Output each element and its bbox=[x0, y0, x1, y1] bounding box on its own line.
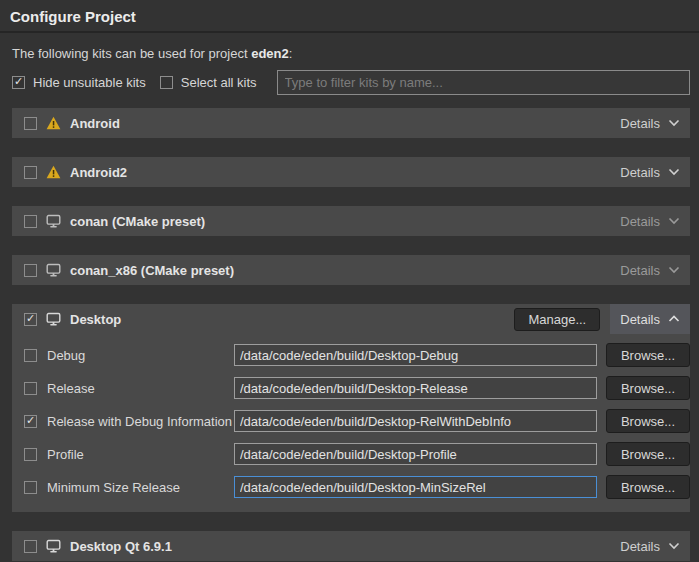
config-row-minsizerel: Minimum Size Release Browse... bbox=[24, 475, 690, 499]
chevron-down-icon bbox=[668, 119, 680, 127]
kit-row-android[interactable]: Android Details bbox=[12, 108, 690, 138]
intro-suffix: : bbox=[289, 46, 293, 61]
kit-header: Android2 Details bbox=[12, 157, 690, 187]
build-dir-input-profile[interactable] bbox=[234, 443, 597, 465]
config-left: Minimum Size Release bbox=[24, 480, 234, 495]
kit-row-conan[interactable]: conan (CMake preset) Details bbox=[12, 206, 690, 236]
config-row-relwithdebinfo: ✓ Release with Debug Information Browse.… bbox=[24, 409, 690, 433]
browse-button-debug[interactable]: Browse... bbox=[606, 343, 690, 367]
kit-checkbox[interactable] bbox=[24, 215, 37, 228]
config-label: Release bbox=[47, 381, 95, 396]
build-config-list: Debug Browse... Release Browse... ✓ Rele… bbox=[12, 334, 690, 512]
kit-checkbox[interactable] bbox=[24, 540, 37, 553]
desktop-icon bbox=[46, 539, 61, 553]
build-dir-input-relwithdebinfo[interactable] bbox=[234, 410, 597, 432]
details-label: Details bbox=[620, 116, 660, 131]
kit-checkbox[interactable] bbox=[24, 166, 37, 179]
details-toggle[interactable]: Details bbox=[610, 108, 690, 138]
desktop-icon bbox=[46, 214, 61, 228]
kit-header: conan (CMake preset) Details bbox=[12, 206, 690, 236]
check-icon: ✓ bbox=[26, 313, 35, 324]
kit-header: Desktop Qt 6.9.1 Details bbox=[12, 531, 690, 561]
chevron-down-icon bbox=[668, 266, 680, 274]
browse-button-release[interactable]: Browse... bbox=[606, 376, 690, 400]
kit-toolbar: ✓ Hide unsuitable kits Select all kits bbox=[12, 70, 690, 95]
build-dir-input-minsizerel[interactable] bbox=[234, 476, 597, 498]
kit-name: Desktop Qt 6.9.1 bbox=[70, 539, 172, 554]
desktop-icon bbox=[46, 263, 61, 277]
kit-row-desktop-qt[interactable]: Desktop Qt 6.9.1 Details bbox=[12, 531, 690, 561]
intro-text: The following kits can be used for proje… bbox=[12, 46, 687, 61]
project-name: eden2 bbox=[251, 46, 289, 61]
kit-row-desktop[interactable]: ✓ Desktop Manage... Details bbox=[12, 304, 690, 334]
config-checkbox[interactable] bbox=[24, 349, 37, 362]
details-toggle[interactable]: Details bbox=[610, 255, 690, 285]
details-toggle[interactable]: Details bbox=[610, 206, 690, 236]
config-left: Debug bbox=[24, 348, 234, 363]
chevron-up-icon bbox=[668, 315, 680, 323]
chevron-down-icon bbox=[668, 542, 680, 550]
details-label: Details bbox=[620, 263, 660, 278]
config-row-debug: Debug Browse... bbox=[24, 343, 690, 367]
select-all-checkbox[interactable]: Select all kits bbox=[160, 75, 257, 90]
kit-name: Android2 bbox=[70, 165, 127, 180]
kit-section-desktop: ✓ Desktop Manage... Details Debug Browse… bbox=[12, 304, 690, 512]
config-label: Release with Debug Information bbox=[47, 414, 232, 429]
check-icon: ✓ bbox=[14, 76, 23, 87]
details-toggle[interactable]: Details bbox=[610, 304, 690, 334]
check-icon: ✓ bbox=[26, 415, 35, 426]
config-label: Minimum Size Release bbox=[47, 480, 180, 495]
config-left: ✓ Release with Debug Information bbox=[24, 414, 234, 429]
kit-name: conan (CMake preset) bbox=[70, 214, 205, 229]
kit-row-android2[interactable]: Android2 Details bbox=[12, 157, 690, 187]
config-left: Profile bbox=[24, 447, 234, 462]
page-title: Configure Project bbox=[10, 8, 689, 25]
kit-header: conan_x86 (CMake preset) Details bbox=[12, 255, 690, 285]
kit-checkbox[interactable] bbox=[24, 117, 37, 130]
details-label: Details bbox=[620, 539, 660, 554]
browse-button-relwithdebinfo[interactable]: Browse... bbox=[606, 409, 690, 433]
kit-filter-input[interactable] bbox=[277, 70, 690, 95]
config-checkbox[interactable] bbox=[24, 382, 37, 395]
details-toggle[interactable]: Details bbox=[610, 157, 690, 187]
chevron-down-icon bbox=[668, 168, 680, 176]
desktop-icon bbox=[46, 312, 61, 326]
chevron-down-icon bbox=[668, 217, 680, 225]
config-checkbox[interactable] bbox=[24, 481, 37, 494]
checkbox-checked-icon: ✓ bbox=[12, 76, 25, 89]
warning-icon bbox=[46, 165, 61, 179]
config-label: Profile bbox=[47, 447, 84, 462]
kit-name: Desktop bbox=[70, 312, 121, 327]
browse-button-minsizerel[interactable]: Browse... bbox=[606, 475, 690, 499]
kit-row-conan-x86[interactable]: conan_x86 (CMake preset) Details bbox=[12, 255, 690, 285]
intro-prefix: The following kits can be used for proje… bbox=[12, 46, 251, 61]
config-left: Release bbox=[24, 381, 234, 396]
kit-checkbox[interactable]: ✓ bbox=[24, 313, 37, 326]
kit-header: Android Details bbox=[12, 108, 690, 138]
build-dir-input-release[interactable] bbox=[234, 377, 597, 399]
browse-button-profile[interactable]: Browse... bbox=[606, 442, 690, 466]
details-label: Details bbox=[620, 214, 660, 229]
config-row-release: Release Browse... bbox=[24, 376, 690, 400]
config-checkbox[interactable] bbox=[24, 448, 37, 461]
details-toggle[interactable]: Details bbox=[610, 531, 690, 561]
details-label: Details bbox=[620, 312, 660, 327]
kit-name: Android bbox=[70, 116, 120, 131]
warning-icon bbox=[46, 116, 61, 130]
config-checkbox[interactable]: ✓ bbox=[24, 415, 37, 428]
config-row-profile: Profile Browse... bbox=[24, 442, 690, 466]
select-all-label: Select all kits bbox=[181, 75, 257, 90]
kit-checkbox[interactable] bbox=[24, 264, 37, 277]
manage-kits-button[interactable]: Manage... bbox=[514, 308, 600, 331]
kit-name: conan_x86 (CMake preset) bbox=[70, 263, 234, 278]
checkbox-unchecked-icon bbox=[160, 76, 173, 89]
header: Configure Project bbox=[0, 0, 699, 33]
details-label: Details bbox=[620, 165, 660, 180]
hide-unsuitable-label: Hide unsuitable kits bbox=[33, 75, 146, 90]
configure-project-panel: Configure Project The following kits can… bbox=[0, 0, 699, 562]
build-dir-input-debug[interactable] bbox=[234, 344, 597, 366]
hide-unsuitable-checkbox[interactable]: ✓ Hide unsuitable kits bbox=[12, 75, 146, 90]
config-label: Debug bbox=[47, 348, 85, 363]
